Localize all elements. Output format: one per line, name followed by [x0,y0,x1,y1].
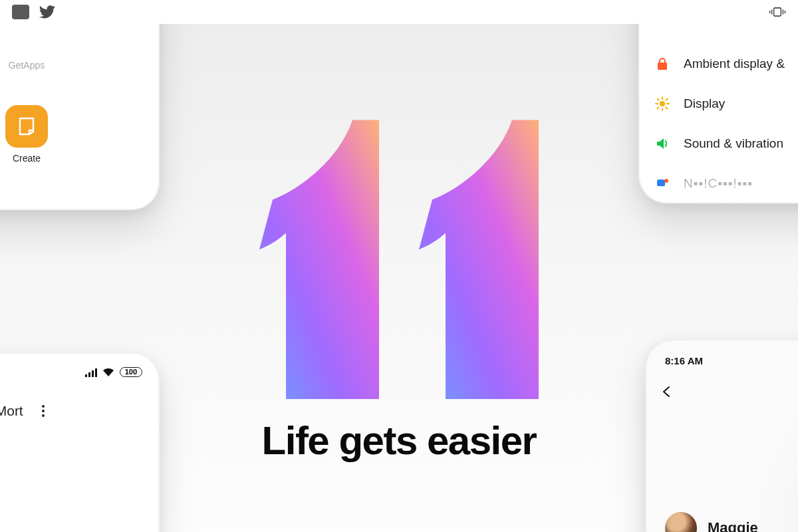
signal-icon [85,368,97,377]
statusbar: 100 [85,367,142,377]
topbar-chip[interactable] [12,5,29,19]
settings-label: Sound & vibration [684,136,783,151]
settings-label: Display [684,96,725,111]
settings-row-display[interactable]: Display [638,84,798,124]
phone-bottom-left: 100 Conver… Mort [0,352,160,532]
app-getapps[interactable]: GetApps [0,60,56,70]
chat-contact-row[interactable]: Maggie [665,512,758,532]
svg-rect-18 [85,374,87,377]
tabs: Conver… Mort [0,403,45,419]
topbar [0,0,798,24]
svg-rect-16 [657,180,665,186]
svg-point-7 [660,101,665,106]
svg-rect-20 [92,370,94,377]
twitter-icon[interactable] [39,3,56,21]
settings-list: Ambient display & Display Sound & vibrat… [638,44,798,192]
vibrate-icon[interactable] [769,6,786,18]
svg-line-15 [666,99,667,100]
settings-label: Ambient display & [684,57,785,71]
more-icon[interactable] [42,405,45,417]
settings-row-sound[interactable]: Sound & vibration [638,124,798,164]
create-icon [5,105,48,148]
svg-line-14 [658,107,659,108]
settings-row-notifications[interactable]: N▪▪!C▪▪▪!▪▪▪ [638,164,798,192]
hero-center: Life gets easier [239,120,559,464]
avatar [665,512,697,532]
svg-line-13 [666,107,667,108]
phone-top-left: Gallery GetApps IR remote [0,24,160,210]
settings-label: N▪▪!C▪▪▪!▪▪▪ [684,176,753,191]
speaker-icon [654,136,670,152]
app-label: GetApps [9,60,45,70]
phone-bottom-right: 8:16 AM Maggie [645,339,798,532]
tagline: Life gets easier [262,418,537,464]
svg-line-12 [658,99,659,100]
hero: Life gets easier Gallery GetApps [0,24,798,532]
svg-rect-19 [88,372,90,377]
svg-rect-21 [95,368,97,377]
svg-rect-0 [774,8,781,16]
back-button[interactable] [661,386,673,398]
svg-point-17 [664,179,668,183]
wifi-icon [102,368,114,377]
contact-name: Maggie [708,519,758,532]
lock-icon [654,56,670,72]
phone-top-right: Ambient display & Display Sound & vibrat… [638,24,798,203]
tab-mort[interactable]: Mort [0,403,23,419]
settings-row-ambient[interactable]: Ambient display & [638,44,798,84]
bell-icon [654,176,670,192]
status-time: 8:16 AM [665,355,703,366]
sun-icon [654,96,670,112]
battery-indicator: 100 [120,367,142,377]
app-label: Create [13,153,41,164]
logo-11-icon [239,120,559,399]
app-create[interactable]: Create [0,105,56,164]
